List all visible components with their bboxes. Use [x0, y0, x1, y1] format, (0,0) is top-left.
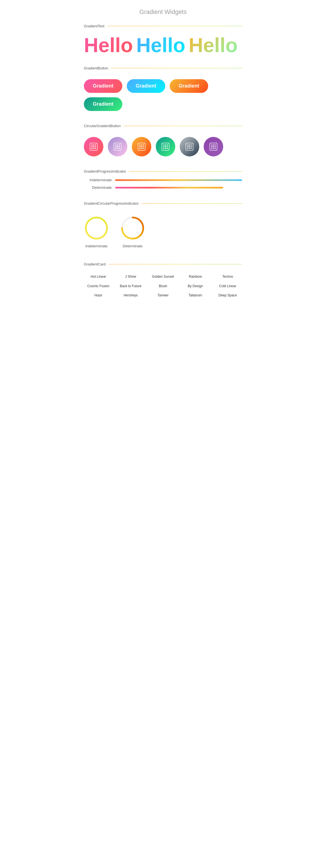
circular-indeterminate-svg [84, 216, 109, 241]
determinate-track [115, 187, 242, 188]
section-divider [129, 171, 242, 172]
card-back-to-future-name: Back to Future [120, 284, 141, 288]
indeterminate-track [115, 179, 242, 181]
circ-icon-2 [114, 143, 122, 151]
indeterminate-label: Indeterminate [84, 178, 112, 182]
gradient-btn-green[interactable]: Gradient [84, 97, 122, 111]
circular-determinate-label: Determinate [123, 244, 143, 248]
gradient-button-section: GradientButton Gradient Gradient Gradien… [79, 63, 247, 121]
section-divider [111, 68, 242, 68]
card-j-shine-name: J Shine [125, 275, 136, 279]
card-rainbow-name: Rainbow [189, 275, 202, 279]
card-haze-wrapper: Haze [84, 292, 113, 298]
circular-progress-header: GradientCircularProgressIndicator [84, 201, 242, 206]
gradient-text-3: Hello [189, 34, 241, 57]
page-title: Gradient Widgets [79, 0, 247, 21]
gradient-btn-ocean[interactable]: Gradient [127, 79, 165, 93]
section-divider [141, 203, 242, 204]
card-hot-linear-name: Hot Linear [91, 275, 106, 279]
card-tameer-name: Tameer [157, 293, 169, 298]
card-golden-sunset-name: Golden Sunset [152, 275, 174, 279]
card-cosmic-fusion-wrapper: Cosmic Fusion [84, 282, 113, 288]
circular-progress-row: Indeterminate Determinate [84, 210, 242, 254]
determinate-bar [115, 187, 223, 188]
card-tameer-wrapper: Tameer [149, 292, 177, 298]
card-haze-name: Haze [94, 293, 102, 298]
section-divider [107, 26, 242, 26]
card-taitanum-wrapper: Taitanum [181, 292, 210, 298]
card-taitanum-name: Taitanum [189, 293, 202, 298]
circ-btn-3[interactable] [132, 137, 151, 156]
circular-determinate-svg [120, 216, 145, 241]
circ-btn-1[interactable] [84, 137, 103, 156]
gradient-text-row: Hello Hello Hello H [84, 33, 242, 58]
gradient-text-1: Hello [84, 34, 136, 57]
gradient-btn-golden[interactable]: Gradient [170, 79, 208, 93]
circ-icon-6 [209, 143, 217, 151]
gradient-card-header: GradientCard [84, 262, 242, 266]
circ-icon-1 [90, 143, 98, 151]
card-j-shine-wrapper: J Shine [116, 273, 145, 279]
card-rainbow-wrapper: Rainbow [181, 273, 210, 279]
card-hot-linear-wrapper: Hot Linear [84, 273, 113, 279]
determinate-label: Determinate [84, 185, 112, 190]
gradient-card-section: GradientCard Hot Linear J Shine Golden S… [79, 259, 247, 306]
card-back-to-future-wrapper: Back to Future [116, 282, 145, 288]
circular-determinate-item: Determinate [120, 216, 145, 248]
circular-gradient-button-label: CircularGradientButton [84, 124, 121, 128]
card-deep-space-wrapper: Deep Space [213, 292, 242, 298]
circular-gradient-button-header: CircularGradientButton [84, 124, 242, 128]
card-techno-wrapper: Techno [213, 273, 242, 279]
circ-btn-2[interactable] [108, 137, 127, 156]
gradient-card-label: GradientCard [84, 262, 106, 266]
circ-icon-3 [138, 143, 145, 151]
card-blush-name: Blush [159, 284, 167, 288]
circ-icon-5 [186, 143, 193, 151]
indeterminate-bar [115, 179, 242, 181]
card-cold-linear-name: Cold Linear [219, 284, 236, 288]
card-golden-sunset-wrapper: Golden Sunset [149, 273, 177, 279]
determinate-progress-row: Determinate [84, 185, 242, 190]
gradient-progress-section: GradientProgressIndicator Indeterminate … [79, 166, 247, 198]
gradient-progress-header: GradientProgressIndicator [84, 169, 242, 174]
section-divider [124, 126, 242, 126]
gradient-button-label: GradientButton [84, 66, 108, 70]
circular-progress-section: GradientCircularProgressIndicator Indete… [79, 198, 247, 259]
circular-buttons-row [84, 132, 242, 161]
gradient-button-header: GradientButton [84, 66, 242, 70]
card-cold-linear-wrapper: Cold Linear [213, 282, 242, 288]
svg-point-1 [86, 217, 107, 239]
gradient-progress-label: GradientProgressIndicator [84, 169, 126, 174]
card-by-design-wrapper: By Design [181, 282, 210, 288]
circ-icon-4 [162, 143, 169, 151]
gradient-text-2: Hello [136, 34, 189, 57]
gradient-buttons-row: Gradient Gradient Gradient Gradient [84, 75, 242, 116]
gradient-text-label: GradientText [84, 24, 104, 28]
circular-progress-label: GradientCircularProgressIndicator [84, 201, 139, 206]
circular-gradient-button-section: CircularGradientButton [79, 121, 247, 166]
card-by-design-name: By Design [188, 284, 203, 288]
card-blush-wrapper: Blush [149, 282, 177, 288]
circ-btn-5[interactable] [180, 137, 199, 156]
card-hersheys-wrapper: Hersheys [116, 292, 145, 298]
card-techno-name: Techno [222, 275, 233, 279]
gradient-text-4: H [241, 34, 242, 57]
gradient-btn-hot[interactable]: Gradient [84, 79, 122, 93]
circ-btn-4[interactable] [156, 137, 175, 156]
circular-indeterminate-label: Indeterminate [85, 244, 107, 248]
card-hersheys-name: Hersheys [124, 293, 138, 298]
cards-grid: Hot Linear J Shine Golden Sunset Rainbow… [84, 271, 242, 300]
gradient-text-section: GradientText Hello Hello Hello H [79, 21, 247, 63]
circ-btn-6[interactable] [204, 137, 223, 156]
card-cosmic-fusion-name: Cosmic Fusion [87, 284, 109, 288]
indeterminate-progress-row: Indeterminate [84, 178, 242, 182]
gradient-text-header: GradientText [84, 24, 242, 28]
circular-indeterminate-item: Indeterminate [84, 216, 109, 248]
card-deep-space-name: Deep Space [219, 293, 237, 298]
